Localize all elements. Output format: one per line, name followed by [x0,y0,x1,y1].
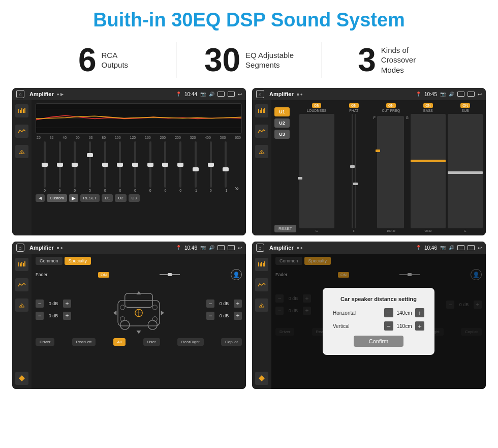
back-icon-1[interactable]: ↩ [238,92,242,97]
svg-rect-2 [21,108,22,113]
back-icon-4[interactable]: ↩ [478,245,482,251]
svg-rect-45 [260,263,261,266]
window-icon-2[interactable] [468,92,475,97]
eq-sidebar-btn-2[interactable] [15,125,28,138]
window-icon-1[interactable] [228,92,235,97]
vol-plus-1[interactable]: + [63,300,71,308]
dlg-sidebar-btn-3[interactable] [255,298,268,312]
eq-u1-btn[interactable]: U1 [102,194,113,202]
spec-sidebar-btn-2[interactable] [15,278,28,291]
close-icon-3[interactable] [217,245,225,250]
screen-eq: ⌂ Amplifier ● ▶ 📍 10:44 📷 🔊 ↩ [12,88,246,235]
spec-sidebar-arrows[interactable] [15,372,28,385]
camera-icon-4: 📷 [440,245,446,250]
spec-sidebar-btn-3[interactable] [15,298,28,312]
vertical-row: Vertical − 110cm + [333,321,424,331]
home-icon-4[interactable]: ⌂ [256,244,264,252]
page-title: Buith-in 30EQ DSP Sound System [0,0,498,38]
driver-btn[interactable]: Driver [36,338,54,346]
amp-u1-btn[interactable]: U1 [274,107,290,116]
bass-on-badge[interactable]: ON [423,103,433,108]
dlg-sidebar-arrows[interactable] [255,372,268,385]
eq-slider-1[interactable]: 0 [38,141,52,192]
vol-minus-2[interactable]: − [36,312,44,320]
eq-slider-11[interactable]: -1 [189,141,203,192]
vol-minus-1[interactable]: − [36,300,44,308]
eq-slider-4[interactable]: 5 [83,141,97,192]
close-icon-4[interactable] [457,245,464,250]
amp-sidebar-btn-3[interactable] [255,145,268,158]
vol-minus-3[interactable]: − [206,300,214,308]
amp-u2-btn[interactable]: U2 [274,118,290,128]
dlg-sidebar-btn-1[interactable] [255,258,268,271]
eq-slider-8[interactable]: 0 [143,141,158,192]
eq-slider-3[interactable]: 0 [68,141,82,192]
close-icon-1[interactable] [217,92,225,97]
eq-slider-10[interactable]: 0 [173,141,188,192]
eq-play-btn[interactable]: ▶ [69,194,78,202]
eq-sidebar-btn-1[interactable] [15,104,28,117]
vol-minus-4[interactable]: − [206,312,214,320]
camera-icon-1: 📷 [200,92,206,97]
pin-icon-3: 📍 [176,245,181,250]
sub-on-badge[interactable]: ON [460,103,470,108]
vertical-minus-btn[interactable]: − [384,321,393,331]
amp-sidebar-btn-2[interactable] [255,125,268,138]
eq-slider-9[interactable]: 0 [159,141,173,192]
home-icon-1[interactable]: ⌂ [16,90,24,98]
user-profile-icon[interactable]: 👤 [231,269,242,280]
user-btn[interactable]: User [143,338,160,346]
eq-prev-btn[interactable]: ◀ [36,194,45,202]
screen-specialty: ⌂ Amplifier ■ ● 📍 10:46 📷 🔊 ↩ [12,242,246,389]
vol-plus-3[interactable]: + [234,300,242,308]
home-icon-2[interactable]: ⌂ [256,90,264,98]
close-icon-2[interactable] [457,92,464,97]
eq-sidebar-btn-3[interactable] [15,145,28,158]
eq-slider-12[interactable]: 0 [204,141,218,192]
cutfreq-on-badge[interactable]: ON [386,103,396,108]
confirm-button[interactable]: Confirm [354,336,404,347]
svg-rect-19 [20,263,21,266]
eq-slider-5[interactable]: 0 [98,141,112,192]
vertical-plus-btn[interactable]: + [415,321,424,331]
eq-slider-2[interactable]: 0 [53,141,67,192]
vol-val-2: 0 dB [46,313,61,318]
stat-label-rca: RCAOutputs [102,50,129,70]
eq-slider-7[interactable]: 0 [128,141,142,192]
dlg-sidebar-btn-2[interactable] [255,278,268,291]
eq-more-arrow[interactable]: » [234,184,240,192]
svg-rect-15 [264,108,265,113]
tab-specialty[interactable]: Specialty [65,257,91,265]
fader-on-badge[interactable]: ON [98,272,109,278]
eq-reset-btn[interactable]: RESET [80,194,100,202]
rearright-btn[interactable]: RearRight [177,338,204,346]
rearleft-btn[interactable]: RearLeft [72,338,96,346]
amp-u3-btn[interactable]: U3 [274,130,290,139]
screen-dialog: ⌂ Amplifier ■ ● 📍 10:46 📷 🔊 ↩ [252,242,486,389]
vol-row-3: − 0 dB + [206,300,242,308]
eq-slider-13[interactable]: -1 [219,141,233,192]
vol-plus-2[interactable]: + [63,312,71,320]
phat-on-badge[interactable]: ON [349,103,359,108]
horizontal-plus-btn[interactable]: + [415,308,424,317]
home-icon-3[interactable]: ⌂ [16,244,24,252]
copilot-btn[interactable]: Copilot [221,338,242,346]
spec-sidebar-btn-1[interactable] [15,258,28,271]
stats-row: 6 RCAOutputs 30 EQ AdjustableSegments 3 … [0,38,498,86]
vol-plus-4[interactable]: + [234,312,242,320]
window-icon-3[interactable] [228,245,235,250]
back-icon-2[interactable]: ↩ [478,92,482,97]
eq-u3-btn[interactable]: U3 [129,194,140,202]
loudness-on-badge[interactable]: ON [312,103,322,108]
amp-reset-btn[interactable]: RESET [274,225,296,232]
eq-u2-btn[interactable]: U2 [115,194,126,202]
back-icon-3[interactable]: ↩ [238,245,242,251]
horizontal-minus-btn[interactable]: − [384,308,393,317]
status-bar-4: ⌂ Amplifier ■ ● 📍 10:46 📷 🔊 ↩ [252,242,486,254]
eq-slider-6[interactable]: 0 [113,141,128,192]
stat-eq: 30 EQ AdjustableSegments [176,44,322,76]
window-icon-4[interactable] [468,245,475,250]
amp-sidebar-btn-1[interactable] [255,104,268,117]
all-btn[interactable]: All [113,338,126,346]
tab-common[interactable]: Common [36,257,63,265]
